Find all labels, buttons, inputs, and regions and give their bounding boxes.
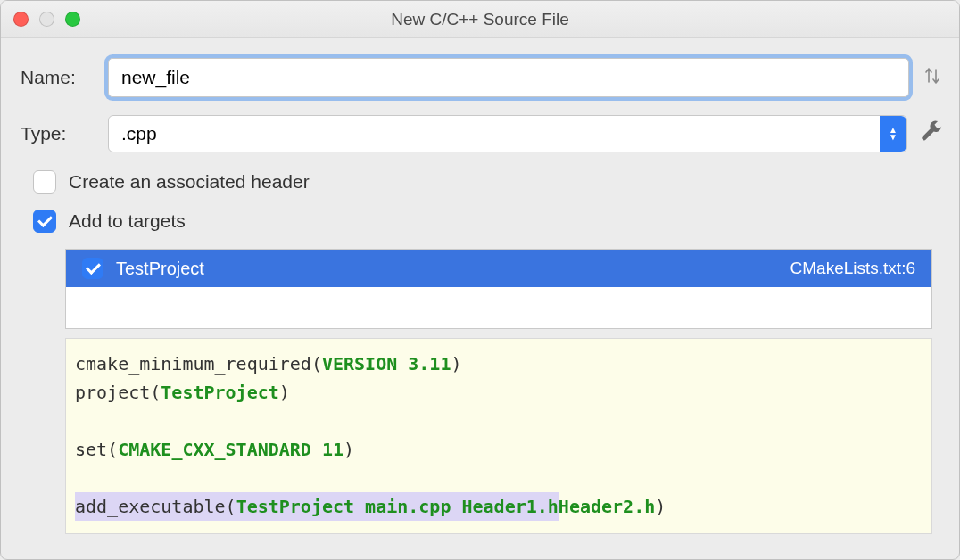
code-line: add_executable(TestProject main.cpp Head… xyxy=(75,492,923,521)
name-label: Name: xyxy=(21,67,108,88)
target-location: CMakeLists.txt:6 xyxy=(790,259,915,278)
code-line: project(TestProject) xyxy=(75,378,923,407)
chevron-updown-icon: ▲▼ xyxy=(880,116,906,152)
create-header-label: Create an associated header xyxy=(69,171,310,193)
wrench-icon[interactable] xyxy=(920,120,943,147)
code-line: set(CMAKE_CXX_STANDARD 11) xyxy=(75,435,923,464)
name-input[interactable] xyxy=(108,58,909,97)
minimize-icon xyxy=(39,12,54,27)
target-name: TestProject xyxy=(116,259,204,279)
close-icon[interactable] xyxy=(13,12,29,27)
targets-empty-area xyxy=(66,287,931,328)
maximize-icon[interactable] xyxy=(65,12,80,27)
window-controls xyxy=(13,12,80,27)
add-targets-checkbox[interactable] xyxy=(33,210,56,233)
sort-icon[interactable] xyxy=(922,66,943,90)
target-checkbox[interactable] xyxy=(82,258,103,279)
cmake-preview: cmake_minimum_required(VERSION 3.11) pro… xyxy=(65,338,932,534)
type-label: Type: xyxy=(21,123,108,144)
type-value: .cpp xyxy=(121,123,157,144)
create-header-checkbox[interactable] xyxy=(33,170,56,194)
code-line xyxy=(75,464,923,492)
target-row[interactable]: TestProject CMakeLists.txt:6 xyxy=(66,250,931,287)
window-title: New C/C++ Source File xyxy=(1,10,959,29)
code-line: cmake_minimum_required(VERSION 3.11) xyxy=(75,350,923,378)
code-line xyxy=(75,407,923,435)
type-select[interactable]: .cpp ▲▼ xyxy=(108,115,907,152)
add-targets-label: Add to targets xyxy=(69,210,186,232)
titlebar: New C/C++ Source File xyxy=(1,1,959,38)
targets-list: TestProject CMakeLists.txt:6 xyxy=(65,249,932,329)
